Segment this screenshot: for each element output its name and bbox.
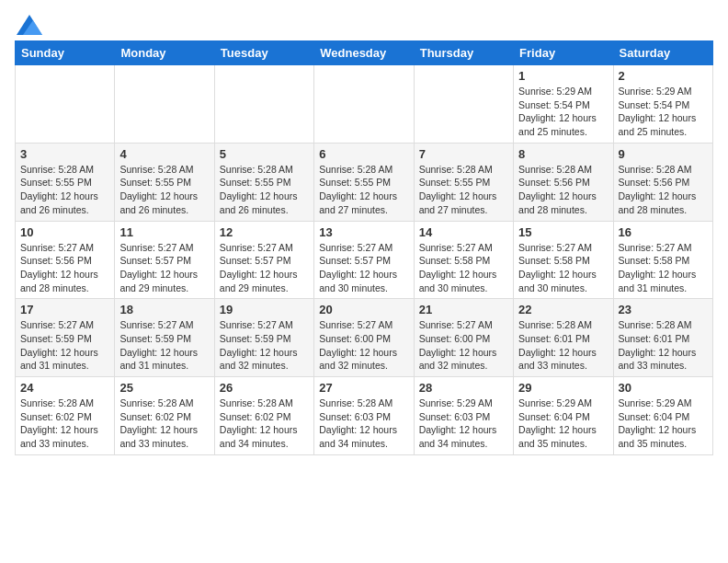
weekday-header: Wednesday — [314, 41, 414, 65]
day-info: Sunrise: 5:28 AM Sunset: 5:56 PM Dayligh… — [518, 163, 608, 217]
day-info: Sunrise: 5:27 AM Sunset: 5:59 PM Dayligh… — [20, 318, 109, 373]
day-number: 28 — [419, 381, 508, 395]
calendar-cell: 10Sunrise: 5:27 AM Sunset: 5:56 PM Dayli… — [16, 221, 115, 299]
day-info: Sunrise: 5:28 AM Sunset: 6:02 PM Dayligh… — [220, 396, 309, 451]
day-info: Sunrise: 5:29 AM Sunset: 6:03 PM Dayligh… — [419, 396, 508, 451]
day-number: 13 — [319, 225, 408, 239]
calendar-cell: 13Sunrise: 5:27 AM Sunset: 5:57 PM Dayli… — [314, 221, 414, 299]
calendar-cell: 23Sunrise: 5:28 AM Sunset: 6:01 PM Dayli… — [613, 299, 712, 377]
calendar-cell: 28Sunrise: 5:29 AM Sunset: 6:03 PM Dayli… — [414, 377, 513, 455]
day-number: 14 — [419, 225, 508, 239]
day-info: Sunrise: 5:27 AM Sunset: 5:58 PM Dayligh… — [619, 241, 708, 295]
day-info: Sunrise: 5:29 AM Sunset: 6:04 PM Dayligh… — [518, 396, 608, 451]
day-number: 15 — [518, 225, 608, 239]
day-info: Sunrise: 5:27 AM Sunset: 5:58 PM Dayligh… — [419, 241, 508, 295]
day-number: 5 — [220, 147, 309, 161]
day-info: Sunrise: 5:28 AM Sunset: 5:55 PM Dayligh… — [119, 163, 209, 217]
weekday-header: Tuesday — [214, 41, 313, 65]
day-number: 21 — [419, 303, 508, 316]
calendar-cell — [16, 65, 115, 144]
weekday-header: Friday — [514, 41, 613, 65]
calendar-cell: 19Sunrise: 5:27 AM Sunset: 5:59 PM Dayli… — [214, 299, 313, 377]
day-info: Sunrise: 5:29 AM Sunset: 6:04 PM Dayligh… — [619, 396, 708, 451]
calendar-cell — [115, 65, 214, 144]
weekday-header: Thursday — [414, 41, 513, 65]
day-number: 7 — [419, 147, 508, 161]
day-info: Sunrise: 5:27 AM Sunset: 5:56 PM Dayligh… — [20, 241, 109, 295]
calendar-week-row: 1Sunrise: 5:29 AM Sunset: 5:54 PM Daylig… — [16, 65, 713, 144]
calendar-cell: 16Sunrise: 5:27 AM Sunset: 5:58 PM Dayli… — [613, 221, 712, 299]
calendar-cell: 7Sunrise: 5:28 AM Sunset: 5:55 PM Daylig… — [414, 143, 513, 221]
page-header — [15, 15, 713, 31]
calendar-cell: 17Sunrise: 5:27 AM Sunset: 5:59 PM Dayli… — [16, 299, 115, 377]
calendar-cell: 27Sunrise: 5:28 AM Sunset: 6:03 PM Dayli… — [314, 377, 414, 455]
day-number: 9 — [619, 147, 708, 161]
day-info: Sunrise: 5:28 AM Sunset: 6:01 PM Dayligh… — [518, 318, 608, 373]
calendar-cell — [214, 65, 313, 144]
calendar-week-row: 17Sunrise: 5:27 AM Sunset: 5:59 PM Dayli… — [16, 299, 713, 377]
weekday-header: Saturday — [613, 41, 712, 65]
calendar-cell: 14Sunrise: 5:27 AM Sunset: 5:58 PM Dayli… — [414, 221, 513, 299]
day-number: 8 — [518, 147, 608, 161]
day-info: Sunrise: 5:28 AM Sunset: 5:55 PM Dayligh… — [220, 163, 309, 217]
calendar-week-row: 10Sunrise: 5:27 AM Sunset: 5:56 PM Dayli… — [16, 221, 713, 299]
day-info: Sunrise: 5:29 AM Sunset: 5:54 PM Dayligh… — [619, 85, 708, 139]
day-info: Sunrise: 5:28 AM Sunset: 5:55 PM Dayligh… — [20, 163, 109, 217]
day-number: 11 — [119, 225, 209, 239]
calendar-cell: 15Sunrise: 5:27 AM Sunset: 5:58 PM Dayli… — [514, 221, 613, 299]
day-info: Sunrise: 5:28 AM Sunset: 6:02 PM Dayligh… — [119, 396, 209, 451]
calendar-cell: 21Sunrise: 5:27 AM Sunset: 6:00 PM Dayli… — [414, 299, 513, 377]
calendar-cell — [314, 65, 414, 144]
calendar-cell: 6Sunrise: 5:28 AM Sunset: 5:55 PM Daylig… — [314, 143, 414, 221]
day-number: 29 — [518, 381, 608, 395]
day-number: 1 — [518, 69, 608, 83]
day-info: Sunrise: 5:27 AM Sunset: 5:57 PM Dayligh… — [119, 241, 209, 295]
weekday-header: Monday — [115, 41, 214, 65]
calendar-cell: 2Sunrise: 5:29 AM Sunset: 5:54 PM Daylig… — [613, 65, 712, 144]
day-info: Sunrise: 5:28 AM Sunset: 5:55 PM Dayligh… — [319, 163, 408, 217]
day-info: Sunrise: 5:27 AM Sunset: 5:57 PM Dayligh… — [319, 241, 408, 295]
weekday-header: Sunday — [16, 41, 115, 65]
calendar-cell — [414, 65, 513, 144]
calendar-cell: 8Sunrise: 5:28 AM Sunset: 5:56 PM Daylig… — [514, 143, 613, 221]
calendar-week-row: 3Sunrise: 5:28 AM Sunset: 5:55 PM Daylig… — [16, 143, 713, 221]
calendar-cell: 26Sunrise: 5:28 AM Sunset: 6:02 PM Dayli… — [214, 377, 313, 455]
calendar-cell: 22Sunrise: 5:28 AM Sunset: 6:01 PM Dayli… — [514, 299, 613, 377]
day-info: Sunrise: 5:28 AM Sunset: 5:55 PM Dayligh… — [419, 163, 508, 217]
logo-icon — [17, 15, 42, 35]
day-number: 26 — [220, 381, 309, 395]
day-number: 30 — [619, 381, 708, 395]
day-number: 4 — [119, 147, 209, 161]
calendar-cell: 4Sunrise: 5:28 AM Sunset: 5:55 PM Daylig… — [115, 143, 214, 221]
calendar-cell: 29Sunrise: 5:29 AM Sunset: 6:04 PM Dayli… — [514, 377, 613, 455]
calendar-cell: 24Sunrise: 5:28 AM Sunset: 6:02 PM Dayli… — [16, 377, 115, 455]
calendar-cell: 1Sunrise: 5:29 AM Sunset: 5:54 PM Daylig… — [514, 65, 613, 144]
day-number: 25 — [119, 381, 209, 395]
day-number: 18 — [119, 303, 209, 316]
calendar-cell: 5Sunrise: 5:28 AM Sunset: 5:55 PM Daylig… — [214, 143, 313, 221]
day-info: Sunrise: 5:28 AM Sunset: 5:56 PM Dayligh… — [619, 163, 708, 217]
calendar-week-row: 24Sunrise: 5:28 AM Sunset: 6:02 PM Dayli… — [16, 377, 713, 455]
day-info: Sunrise: 5:27 AM Sunset: 5:59 PM Dayligh… — [119, 318, 209, 373]
day-number: 17 — [20, 303, 109, 316]
calendar-header-row: SundayMondayTuesdayWednesdayThursdayFrid… — [16, 41, 713, 65]
logo — [15, 15, 42, 31]
calendar-table: SundayMondayTuesdayWednesdayThursdayFrid… — [15, 40, 713, 455]
day-info: Sunrise: 5:28 AM Sunset: 6:01 PM Dayligh… — [619, 318, 708, 373]
day-info: Sunrise: 5:27 AM Sunset: 5:58 PM Dayligh… — [518, 241, 608, 295]
day-info: Sunrise: 5:27 AM Sunset: 5:59 PM Dayligh… — [220, 318, 309, 373]
calendar-cell: 18Sunrise: 5:27 AM Sunset: 5:59 PM Dayli… — [115, 299, 214, 377]
calendar-cell: 9Sunrise: 5:28 AM Sunset: 5:56 PM Daylig… — [613, 143, 712, 221]
day-number: 23 — [619, 303, 708, 316]
day-number: 2 — [619, 69, 708, 83]
day-info: Sunrise: 5:27 AM Sunset: 6:00 PM Dayligh… — [419, 318, 508, 373]
day-number: 3 — [20, 147, 109, 161]
day-number: 22 — [518, 303, 608, 316]
day-number: 27 — [319, 381, 408, 395]
day-number: 24 — [20, 381, 109, 395]
day-number: 12 — [220, 225, 309, 239]
day-info: Sunrise: 5:28 AM Sunset: 6:02 PM Dayligh… — [20, 396, 109, 451]
calendar-cell: 3Sunrise: 5:28 AM Sunset: 5:55 PM Daylig… — [16, 143, 115, 221]
day-info: Sunrise: 5:29 AM Sunset: 5:54 PM Dayligh… — [518, 85, 608, 139]
calendar-cell: 12Sunrise: 5:27 AM Sunset: 5:57 PM Dayli… — [214, 221, 313, 299]
